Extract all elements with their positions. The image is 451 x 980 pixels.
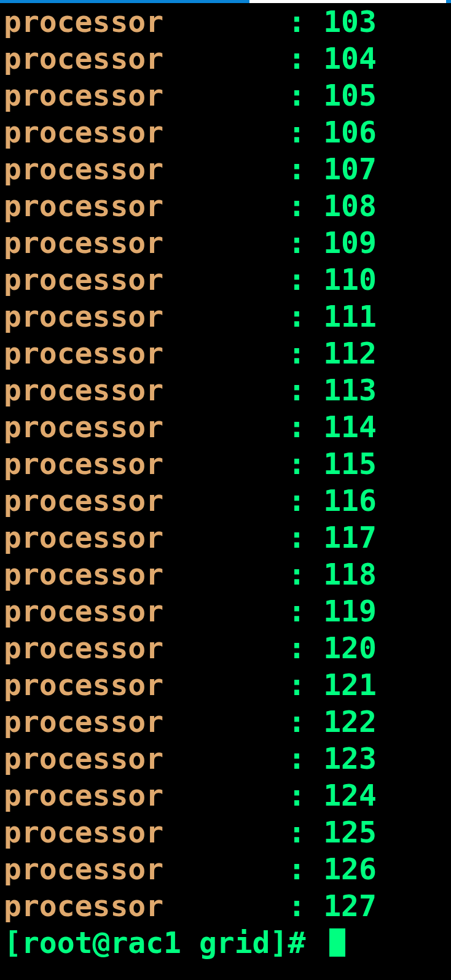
- processor-value: 127: [323, 889, 377, 923]
- separator-colon: :: [288, 520, 323, 554]
- shell-prompt[interactable]: [root@rac1 grid]#: [4, 924, 447, 961]
- processor-value: 108: [323, 189, 377, 223]
- processor-label: processor: [4, 299, 288, 333]
- processor-row: processor : 124: [4, 777, 447, 814]
- processor-row: processor : 105: [4, 77, 447, 114]
- processor-value: 106: [323, 115, 377, 149]
- processor-label: processor: [4, 189, 288, 223]
- processor-label: processor: [4, 152, 288, 186]
- processor-label: processor: [4, 520, 288, 554]
- processor-row: processor : 114: [4, 408, 447, 445]
- processor-label: processor: [4, 373, 288, 407]
- processor-value: 107: [323, 152, 377, 186]
- processor-value: 116: [323, 483, 377, 518]
- processor-row: processor : 126: [4, 850, 447, 887]
- processor-row: processor : 121: [4, 666, 447, 703]
- processor-row: processor : 109: [4, 224, 447, 261]
- terminal-output[interactable]: processor : 103processor : 104processor …: [0, 3, 451, 961]
- processor-label: processor: [4, 631, 288, 665]
- processor-value: 104: [323, 41, 377, 76]
- separator-colon: :: [288, 225, 323, 260]
- separator-colon: :: [288, 667, 323, 702]
- processor-value: 118: [323, 557, 377, 591]
- processor-label: processor: [4, 667, 288, 702]
- processor-label: processor: [4, 262, 288, 297]
- processor-label: processor: [4, 889, 288, 923]
- separator-colon: :: [288, 152, 323, 186]
- terminal-cursor-icon: [329, 928, 345, 957]
- processor-row: processor : 112: [4, 335, 447, 371]
- shell-prompt-text: [root@rac1 grid]#: [4, 924, 323, 961]
- processor-row: processor : 104: [4, 40, 447, 77]
- separator-colon: :: [288, 299, 323, 333]
- processor-label: processor: [4, 594, 288, 628]
- processor-label: processor: [4, 778, 288, 812]
- processor-row: processor : 108: [4, 187, 447, 224]
- processor-label: processor: [4, 557, 288, 591]
- processor-row: processor : 113: [4, 371, 447, 408]
- separator-colon: :: [288, 373, 323, 407]
- processor-row: processor : 110: [4, 261, 447, 298]
- processor-row: processor : 107: [4, 150, 447, 187]
- processor-value: 121: [323, 667, 377, 702]
- processor-row: processor : 127: [4, 887, 447, 924]
- separator-colon: :: [288, 262, 323, 297]
- processor-row: processor : 125: [4, 814, 447, 850]
- separator-colon: :: [288, 446, 323, 481]
- processor-value: 105: [323, 78, 377, 112]
- separator-colon: :: [288, 889, 323, 923]
- processor-row: processor : 106: [4, 114, 447, 150]
- processor-value: 126: [323, 852, 377, 886]
- window-titlebar-strip: [0, 0, 451, 3]
- separator-colon: :: [288, 336, 323, 370]
- processor-row: processor : 120: [4, 629, 447, 666]
- processor-value: 124: [323, 778, 377, 812]
- processor-label: processor: [4, 41, 288, 76]
- processor-value: 112: [323, 336, 377, 370]
- separator-colon: :: [288, 741, 323, 776]
- processor-label: processor: [4, 483, 288, 518]
- processor-value: 119: [323, 594, 377, 628]
- separator-colon: :: [288, 4, 323, 39]
- separator-colon: :: [288, 410, 323, 444]
- processor-row: processor : 122: [4, 703, 447, 740]
- processor-row: processor : 117: [4, 519, 447, 556]
- processor-value: 115: [323, 446, 377, 481]
- processor-row: processor : 118: [4, 556, 447, 593]
- processor-row: processor : 115: [4, 445, 447, 482]
- processor-row: processor : 116: [4, 482, 447, 519]
- processor-label: processor: [4, 225, 288, 260]
- separator-colon: :: [288, 631, 323, 665]
- separator-colon: :: [288, 815, 323, 849]
- separator-colon: :: [288, 483, 323, 518]
- processor-value: 120: [323, 631, 377, 665]
- processor-value: 103: [323, 4, 377, 39]
- separator-colon: :: [288, 115, 323, 149]
- processor-row: processor : 123: [4, 740, 447, 777]
- processor-value: 110: [323, 262, 377, 297]
- processor-label: processor: [4, 704, 288, 739]
- processor-row: processor : 111: [4, 298, 447, 335]
- processor-value: 122: [323, 704, 377, 739]
- separator-colon: :: [288, 852, 323, 886]
- separator-colon: :: [288, 41, 323, 76]
- processor-value: 109: [323, 225, 377, 260]
- processor-value: 113: [323, 373, 377, 407]
- processor-row: processor : 103: [4, 3, 447, 40]
- separator-colon: :: [288, 189, 323, 223]
- separator-colon: :: [288, 594, 323, 628]
- separator-colon: :: [288, 557, 323, 591]
- processor-label: processor: [4, 741, 288, 776]
- separator-colon: :: [288, 78, 323, 112]
- processor-value: 123: [323, 741, 377, 776]
- processor-label: processor: [4, 4, 288, 39]
- processor-label: processor: [4, 410, 288, 444]
- processor-label: processor: [4, 336, 288, 370]
- processor-label: processor: [4, 115, 288, 149]
- processor-label: processor: [4, 815, 288, 849]
- processor-value: 114: [323, 410, 377, 444]
- processor-label: processor: [4, 446, 288, 481]
- processor-value: 125: [323, 815, 377, 849]
- separator-colon: :: [288, 778, 323, 812]
- processor-label: processor: [4, 852, 288, 886]
